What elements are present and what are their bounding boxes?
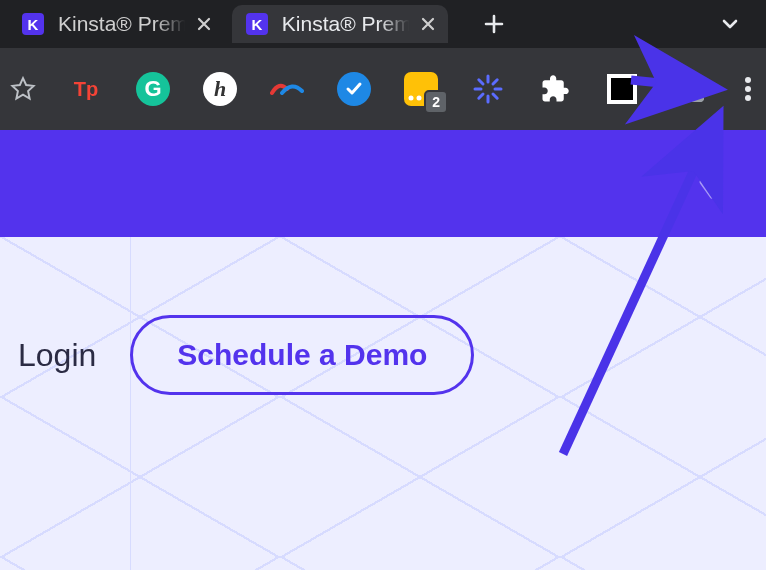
- extension-loading-icon[interactable]: [471, 72, 505, 106]
- svg-rect-12: [692, 77, 703, 101]
- browser-tab-strip: K Kinsta® Prem K Kinsta® Prem: [0, 0, 766, 48]
- tab-title: Kinsta® Prem: [282, 12, 412, 36]
- browser-tab[interactable]: K Kinsta® Prem: [8, 5, 224, 43]
- extension-honey-icon[interactable]: h: [203, 72, 237, 106]
- extension-reader-icon[interactable]: [605, 72, 639, 106]
- site-top-banner: [0, 130, 766, 237]
- tab-favicon: K: [246, 13, 268, 35]
- extension-badge: 2: [424, 90, 448, 114]
- extensions-menu-icon[interactable]: [538, 72, 572, 106]
- chevron-right-icon: [696, 164, 718, 204]
- svg-point-0: [409, 96, 414, 101]
- new-tab-button[interactable]: [476, 6, 512, 42]
- bookmark-star-icon[interactable]: [10, 74, 36, 104]
- extension-grammarly-icon[interactable]: G: [136, 72, 170, 106]
- svg-point-15: [745, 95, 751, 101]
- close-icon[interactable]: [418, 14, 438, 34]
- svg-line-8: [493, 94, 497, 98]
- browser-menu-button[interactable]: [739, 72, 756, 106]
- page-content: Login Schedule a Demo: [0, 237, 766, 570]
- browser-tab-active[interactable]: K Kinsta® Prem: [232, 5, 448, 43]
- browser-toolbar: Tp G h 2: [0, 48, 766, 130]
- login-link[interactable]: Login: [18, 337, 96, 374]
- close-icon[interactable]: [194, 14, 214, 34]
- extension-checkmark-icon[interactable]: [337, 72, 371, 106]
- extension-lastpass-icon[interactable]: 2: [404, 72, 438, 106]
- extension-rainbow-icon[interactable]: [270, 72, 304, 106]
- tab-search-dropdown[interactable]: [712, 6, 748, 42]
- tab-title: Kinsta® Prem: [58, 12, 188, 36]
- schedule-demo-button[interactable]: Schedule a Demo: [130, 315, 474, 395]
- svg-point-14: [745, 86, 751, 92]
- svg-line-7: [479, 80, 483, 84]
- svg-point-13: [745, 77, 751, 83]
- svg-line-9: [479, 94, 483, 98]
- extension-textpattern-icon[interactable]: Tp: [69, 72, 103, 106]
- svg-line-10: [493, 80, 497, 84]
- side-panel-icon[interactable]: [672, 72, 706, 106]
- svg-point-1: [417, 96, 422, 101]
- tab-favicon: K: [22, 13, 44, 35]
